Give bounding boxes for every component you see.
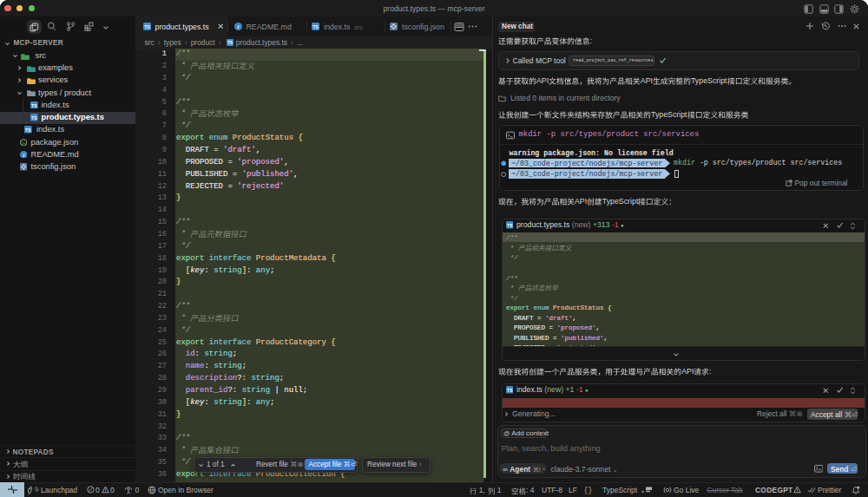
svg-text:TS: TS <box>312 24 319 29</box>
svg-text:TS: TS <box>25 128 31 133</box>
svg-text:i: i <box>237 23 239 29</box>
svg-text:TS: TS <box>227 41 233 45</box>
svg-text:TS: TS <box>31 115 37 121</box>
svg-text:TS: TS <box>507 388 513 393</box>
svg-text:TS: TS <box>144 24 150 29</box>
svg-text:i: i <box>23 152 24 158</box>
svg-text:TS: TS <box>31 103 37 108</box>
svg-text:TS: TS <box>507 223 513 228</box>
svg-text:js: js <box>21 141 24 145</box>
